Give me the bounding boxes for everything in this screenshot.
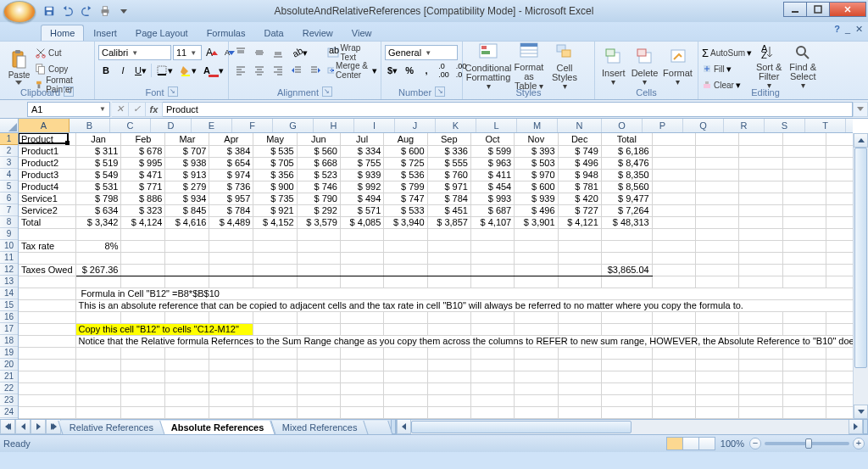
sheet-tab-new[interactable] (363, 421, 393, 434)
copy-button[interactable]: Copy (35, 61, 91, 76)
cell-styles[interactable]: CellStyles ▾ (548, 43, 581, 89)
number-launcher[interactable]: ↘ (435, 87, 445, 97)
svg-rect-10 (17, 56, 25, 68)
styles-label: Styles (516, 87, 542, 98)
find-select[interactable]: Find &Select ▾ (786, 43, 820, 89)
font-launcher[interactable]: ↘ (168, 87, 178, 97)
tab-data[interactable]: Data (254, 25, 292, 41)
tab-review[interactable]: Review (293, 25, 342, 41)
wrap-text[interactable]: abcWrap Text (327, 45, 377, 60)
fx-button[interactable]: fx (146, 102, 163, 117)
insert-cells[interactable]: Insert ▾ (598, 43, 629, 89)
align-center[interactable] (251, 63, 268, 78)
tab-insert[interactable]: Insert (84, 25, 126, 41)
status-ready: Ready (3, 438, 31, 449)
percent-fmt[interactable]: % (402, 63, 417, 78)
autosum[interactable]: ΣAutoSum▾ (702, 45, 752, 60)
merge-center[interactable]: Merge & Center▾ (327, 63, 377, 78)
align-left[interactable] (232, 63, 249, 78)
office-button[interactable] (3, 1, 36, 23)
inc-decimal[interactable]: .0.00 (436, 63, 452, 78)
zoom-level[interactable]: 100% (721, 438, 744, 449)
column-headers[interactable]: ABCDEFGHIJKLMNOPQRST (19, 119, 853, 133)
expand-formula-bar[interactable] (853, 102, 868, 117)
sheet-tab-relative[interactable]: Relative References (58, 421, 165, 434)
alignment-launcher[interactable]: ↘ (322, 87, 332, 97)
close-button[interactable] (829, 2, 866, 17)
font-color-button[interactable]: A▾ (201, 63, 226, 78)
view-normal[interactable] (666, 437, 683, 450)
tab-first[interactable] (0, 420, 15, 434)
svg-text:abc: abc (329, 47, 339, 55)
svg-point-70 (797, 47, 805, 55)
zoom-in[interactable]: + (853, 438, 865, 449)
tab-view[interactable]: View (342, 25, 381, 41)
name-box[interactable]: A1▼ (27, 102, 110, 117)
view-page-break[interactable] (698, 437, 715, 450)
align-top[interactable] (232, 45, 249, 60)
sheet-tab-absolute[interactable]: Absolute References (159, 421, 275, 434)
sort-filter[interactable]: AZSort &Filter ▾ (752, 43, 786, 89)
tab-next[interactable] (31, 420, 46, 434)
qat-save[interactable] (41, 3, 58, 20)
tab-page-layout[interactable]: Page Layout (126, 25, 198, 41)
grow-font[interactable]: A (203, 45, 220, 60)
bold-button[interactable]: B (98, 63, 114, 78)
zoom-slider[interactable] (765, 442, 849, 445)
font-name-combo[interactable]: Calibri▼ (98, 45, 171, 60)
maximize-button[interactable] (806, 2, 830, 17)
scroll-down[interactable] (854, 405, 868, 419)
border-button[interactable]: ▾ (153, 63, 175, 78)
number-format-combo[interactable]: General▼ (385, 45, 458, 60)
vscroll-thumb[interactable] (854, 148, 867, 368)
format-as-table[interactable]: Formatas Table ▾ (510, 43, 548, 89)
view-page-layout[interactable] (682, 437, 699, 450)
comma-fmt[interactable]: , (419, 63, 434, 78)
fill-color-button[interactable]: ▾ (177, 63, 199, 78)
align-middle[interactable] (251, 45, 268, 60)
svg-rect-9 (15, 50, 20, 53)
qat-more[interactable] (115, 3, 132, 20)
svg-text:ab: ab (291, 47, 303, 59)
qat-redo[interactable] (78, 3, 95, 20)
worksheet-grid[interactable]: ProductJanFebMarAprMayJunJulAugSepOctNov… (19, 133, 853, 419)
accounting-fmt[interactable]: $▾ (385, 63, 400, 78)
select-all-corner[interactable] (0, 119, 19, 133)
minimize-button[interactable] (783, 2, 807, 17)
svg-rect-61 (606, 49, 615, 56)
zoom-out[interactable]: − (749, 438, 761, 449)
cut-button[interactable]: Cut (35, 45, 91, 60)
paste-button[interactable]: Paste (3, 43, 35, 89)
qat-print[interactable] (97, 3, 114, 20)
font-size-combo[interactable]: 11▼ (173, 45, 202, 60)
scroll-up[interactable] (854, 133, 868, 148)
italic-button[interactable]: I (115, 63, 131, 78)
conditional-formatting[interactable]: ConditionalFormatting ▾ (466, 43, 510, 89)
scroll-left[interactable] (397, 420, 411, 434)
ribbon-help[interactable]: ?_✕ (834, 24, 863, 35)
sheet-tab-mixed[interactable]: Mixed References (270, 421, 369, 434)
fill[interactable]: Fill▾ (702, 61, 752, 76)
align-right[interactable] (270, 63, 287, 78)
format-cells[interactable]: Format ▾ (661, 43, 695, 89)
qat-undo[interactable] (59, 3, 76, 20)
svg-rect-1 (47, 8, 53, 11)
vscroll-track[interactable] (854, 148, 868, 405)
tab-home[interactable]: Home (41, 25, 84, 41)
hsplit[interactable] (863, 420, 868, 434)
formula-bar[interactable]: Product (163, 102, 853, 117)
svg-rect-15 (36, 81, 42, 84)
clipboard-label: Clipboard (20, 87, 60, 98)
delete-cells[interactable]: Delete ▾ (629, 43, 661, 89)
underline-button[interactable]: U▾ (132, 63, 149, 78)
hscroll-thumb[interactable] (411, 421, 632, 433)
tab-prev[interactable] (15, 420, 31, 434)
dec-indent[interactable] (288, 63, 305, 78)
scroll-right[interactable] (849, 420, 863, 434)
tab-formulas[interactable]: Formulas (198, 25, 255, 41)
row-headers[interactable]: 1234567891011121314151617181920212223242… (0, 133, 19, 434)
inc-indent[interactable] (307, 63, 324, 78)
clipboard-launcher[interactable]: ↘ (64, 87, 74, 97)
orientation[interactable]: ab▾ (288, 45, 310, 60)
align-bottom[interactable] (270, 45, 287, 60)
